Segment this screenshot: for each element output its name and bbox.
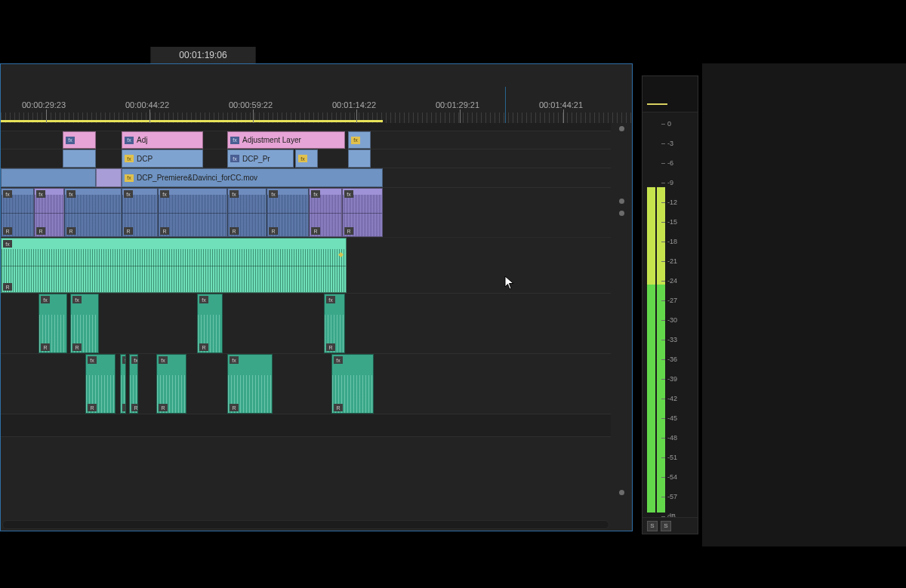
clip[interactable]: fx	[63, 131, 96, 149]
right-panel-dark	[702, 63, 906, 546]
meter-channel-left	[647, 186, 655, 513]
channel-r-icon: R	[66, 227, 76, 235]
audio-clip[interactable]: fxR	[342, 188, 383, 237]
clip[interactable]	[348, 149, 371, 168]
channel-r-icon: R	[269, 227, 278, 235]
clip[interactable]	[63, 149, 96, 168]
scroll-knob[interactable]	[619, 211, 624, 216]
peak-line	[647, 103, 667, 105]
solo-button-right[interactable]: S	[661, 521, 671, 531]
audio-clip[interactable]: fxR	[267, 188, 309, 237]
audio-clip[interactable]: fxR	[122, 188, 158, 237]
fx-badge-icon: fx	[230, 190, 239, 198]
fx-badge-icon: fx	[66, 190, 76, 198]
fx-badge-icon: fx	[344, 190, 353, 198]
audio-track-4[interactable]: fxRfxRfxRfxRfxRfxR	[1, 354, 611, 414]
audio-clip[interactable]: fxR	[85, 354, 116, 414]
scroll-knob[interactable]	[619, 126, 624, 131]
playhead[interactable]	[505, 87, 506, 123]
clip[interactable]: fxAdjustment Layer	[227, 131, 345, 149]
scroll-knob[interactable]	[619, 490, 624, 495]
channel-r-icon: R	[122, 404, 126, 411]
scale-tick: -39	[667, 375, 677, 383]
scale-tick: -3	[667, 140, 673, 147]
scroll-knob[interactable]	[619, 199, 624, 204]
fx-badge-icon: fx	[311, 190, 320, 198]
audio-clip[interactable]: fxR	[39, 294, 67, 353]
audio-clip[interactable]: fxR	[156, 354, 186, 414]
audio-track-1[interactable]: fxRfxRfxRfxRfxRfxRfxRfxRfxR	[1, 188, 611, 238]
audio-clip[interactable]: fxR	[1, 238, 347, 293]
audio-clip[interactable]: fxR	[227, 188, 267, 237]
fx-badge-icon: fx	[125, 137, 134, 144]
meter-channel-right	[657, 186, 665, 513]
clip[interactable]: fxDCP_Pr	[227, 149, 294, 168]
scale-tick: -51	[667, 454, 677, 461]
scale-tick: -36	[667, 356, 677, 363]
fx-badge-icon: fx	[351, 137, 360, 144]
channel-r-icon: R	[230, 227, 239, 235]
scale-tick: -33	[667, 336, 677, 343]
audio-clip[interactable]: fxR	[309, 188, 342, 237]
clip[interactable]: fx	[348, 131, 371, 149]
fx-badge-icon: fx	[3, 190, 12, 198]
audio-track-2[interactable]: fxR	[1, 238, 611, 294]
work-area-bar[interactable]	[1, 120, 383, 122]
current-timecode-tab[interactable]: 00:01:19:06	[150, 47, 256, 63]
audio-clip[interactable]: fxR	[1, 188, 34, 237]
scale-tick: -54	[667, 473, 677, 481]
fx-badge-icon: fx	[334, 356, 343, 364]
mouse-cursor-icon	[504, 276, 515, 291]
fx-badge-icon: fx	[159, 356, 168, 364]
ruler-label: 00:01:14:22	[332, 100, 376, 109]
channel-r-icon: R	[344, 227, 353, 235]
fx-badge-icon: fx	[125, 155, 134, 162]
scale-tick: -45	[667, 414, 677, 422]
channel-r-icon: R	[36, 227, 45, 235]
audio-clip[interactable]: fxR	[197, 294, 223, 353]
video-track-2[interactable]: fxDCPfxDCP_Prfx	[1, 149, 611, 168]
channel-r-icon: R	[311, 227, 320, 235]
fx-badge-icon: fx	[66, 137, 75, 144]
time-ruler[interactable]: 00:00:29:2300:00:44:2200:00:59:2200:01:1…	[1, 64, 632, 123]
solo-button-left[interactable]: S	[647, 521, 658, 531]
scale-tick: -24	[667, 277, 677, 285]
horizontal-scroll[interactable]	[2, 520, 609, 529]
scale-tick: -15	[667, 218, 677, 226]
audio-clip[interactable]: fxR	[129, 354, 138, 414]
clip[interactable]: fxDCP	[122, 149, 203, 168]
video-track-1[interactable]: fxDCP_Premiere&Davinci_forCC.mov	[1, 168, 611, 188]
clip[interactable]: fxDCP_Premiere&Davinci_forCC.mov	[122, 168, 383, 187]
video-track-3[interactable]: fxfxAdjfxAdjustment Layerfx	[1, 131, 611, 149]
audio-clip[interactable]: fxR	[120, 354, 126, 414]
scale-tick: -12	[667, 199, 677, 206]
fx-badge-icon: fx	[72, 296, 82, 303]
audio-clip[interactable]: fxR	[331, 354, 374, 414]
channel-r-icon: R	[72, 343, 82, 351]
scale-tick: -48	[667, 434, 677, 442]
clip[interactable]	[1, 168, 96, 187]
vertical-scroll[interactable]	[614, 123, 629, 517]
scale-tick: -21	[667, 257, 677, 265]
audio-clip[interactable]: fxR	[227, 354, 273, 414]
audio-track-3[interactable]: fxRfxRfxRfxR	[1, 294, 611, 354]
window-black-bar-top	[0, 0, 906, 48]
timeline-panel[interactable]: 00:00:29:2300:00:44:2200:00:59:2200:01:1…	[0, 63, 633, 531]
fx-badge-icon: fx	[41, 296, 50, 303]
clip[interactable]: fx	[295, 149, 318, 168]
fx-badge-icon: fx	[88, 356, 97, 364]
clip[interactable]: fxAdj	[122, 131, 203, 149]
tracks-area[interactable]: fxfxAdjfxAdjustment Layerfx fxDCPfxDCP_P…	[1, 123, 611, 517]
audio-clip[interactable]: fxR	[70, 294, 99, 353]
clip[interactable]	[96, 168, 122, 187]
fx-badge-icon: fx	[3, 240, 12, 248]
ruler-label: 00:01:44:21	[539, 100, 583, 109]
audio-clip[interactable]: fxR	[34, 188, 64, 237]
fx-badge-icon: fx	[160, 190, 169, 198]
audio-clip[interactable]: fxR	[324, 294, 345, 353]
ruler-label: 00:01:29:21	[436, 100, 479, 109]
scale-tick: 0	[667, 120, 671, 128]
audio-clip[interactable]: fxR	[158, 188, 227, 237]
audio-clip[interactable]: fxR	[64, 188, 122, 237]
scale-tick: -57	[667, 493, 677, 500]
